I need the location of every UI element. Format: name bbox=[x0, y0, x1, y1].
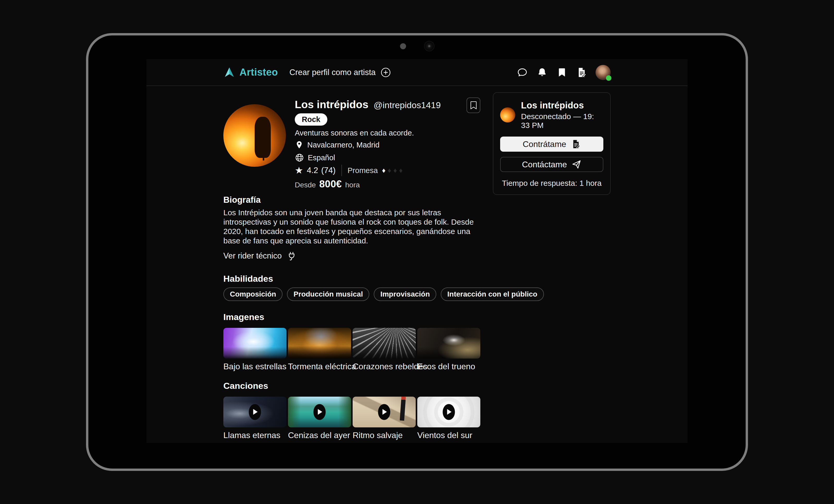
artist-profile-photo bbox=[223, 104, 286, 167]
skill-chip: Producción musical bbox=[287, 287, 369, 301]
tablet-screen: Artisteo Crear perfil como artista bbox=[147, 59, 687, 443]
save-artist-bookmark-button[interactable] bbox=[466, 97, 480, 113]
rating-row: ★ 4.2 (74) Promesa ♦ ♦ ♦ ♦ bbox=[295, 165, 441, 176]
image-item: Ecos del trueno bbox=[417, 328, 480, 371]
top-navbar: Artisteo Crear perfil como artista bbox=[147, 59, 687, 86]
skill-chip: Improvisación bbox=[374, 287, 436, 301]
navbar-right bbox=[516, 65, 611, 80]
image-thumbnail[interactable] bbox=[288, 328, 351, 358]
image-thumbnail[interactable] bbox=[353, 328, 416, 358]
create-artist-profile-link[interactable]: Crear perfil como artista bbox=[289, 67, 392, 78]
plus-circle-icon bbox=[380, 67, 391, 78]
plug-icon bbox=[286, 251, 297, 261]
navbar-left: Artisteo Crear perfil como artista bbox=[223, 66, 391, 79]
songs-grid: Llamas eternas Cenizas del ayer bbox=[223, 397, 480, 440]
bio-heading: Biografía bbox=[223, 195, 480, 205]
song-item: Cenizas del ayer bbox=[288, 397, 351, 440]
play-icon[interactable] bbox=[249, 404, 261, 420]
main-content: Los intrépidos @intrepidos1419 Rock Aven… bbox=[147, 86, 687, 443]
tier-label: Promesa bbox=[348, 166, 378, 175]
tablet-camera-lens bbox=[424, 41, 435, 51]
divider bbox=[342, 165, 342, 176]
brand-logo[interactable]: Artisteo bbox=[223, 66, 278, 79]
skill-chip: Interacción con el público bbox=[441, 287, 544, 301]
songs-heading: Canciones bbox=[223, 381, 480, 391]
tech-rider-link[interactable]: Ver rider técnico bbox=[223, 251, 297, 261]
hire-card-avatar bbox=[500, 107, 515, 123]
hire-me-label: Contrátame bbox=[523, 139, 566, 149]
price-prefix: Desde bbox=[295, 181, 316, 189]
saved-bookmark-button[interactable] bbox=[556, 66, 568, 79]
tier-diamond-filled-icon: ♦ bbox=[382, 167, 386, 175]
hire-card-name: Los intrépidos bbox=[521, 100, 603, 110]
desktop-background: Artisteo Crear perfil como artista bbox=[0, 0, 834, 504]
profile-column: Los intrépidos @intrepidos1419 Rock Aven… bbox=[223, 97, 480, 443]
play-icon[interactable] bbox=[443, 404, 455, 420]
contact-me-label: Contáctame bbox=[522, 160, 567, 169]
play-icon[interactable] bbox=[378, 404, 390, 420]
globe-icon bbox=[295, 153, 304, 162]
image-thumbnail[interactable] bbox=[417, 328, 480, 358]
hire-card-header: Los intrépidos Desconectado — 19: 33 PM bbox=[500, 100, 603, 130]
song-thumbnail[interactable] bbox=[288, 397, 351, 428]
rating-count: (74) bbox=[321, 166, 335, 175]
hire-me-button[interactable]: Contrátame bbox=[500, 136, 603, 152]
artisteo-arrow-icon bbox=[223, 66, 235, 79]
play-icon[interactable] bbox=[313, 404, 326, 420]
song-caption: Ritmo salvaje bbox=[353, 431, 416, 440]
star-icon: ★ bbox=[295, 165, 303, 176]
contracts-edit-button[interactable] bbox=[576, 66, 588, 79]
image-caption: Bajo las estrellas bbox=[223, 362, 286, 371]
bio-text: Los Intrépidos son una joven banda que d… bbox=[223, 208, 481, 245]
image-caption: Corazones rebeldes bbox=[353, 362, 416, 371]
hire-card-identity: Los intrépidos Desconectado — 19: 33 PM bbox=[521, 100, 603, 130]
language-text: Español bbox=[308, 153, 335, 162]
price-unit: hora bbox=[345, 181, 360, 189]
genre-badge: Rock bbox=[295, 113, 327, 126]
location-text: Navalcarnero, Madrid bbox=[307, 141, 379, 149]
song-thumbnail[interactable] bbox=[353, 397, 416, 428]
messages-button[interactable] bbox=[516, 66, 528, 79]
tablet-camera-dot bbox=[400, 43, 406, 49]
profile-header: Los intrépidos @intrepidos1419 Rock Aven… bbox=[223, 97, 480, 190]
create-artist-profile-label: Crear perfil como artista bbox=[289, 68, 376, 77]
notifications-bell-button[interactable] bbox=[536, 66, 548, 79]
skills-heading: Habilidades bbox=[223, 273, 480, 284]
artist-name: Los intrépidos bbox=[295, 98, 368, 111]
rating-value: 4.2 bbox=[307, 166, 318, 175]
image-caption: Tormenta eléctrica bbox=[288, 362, 351, 371]
image-item: Tormenta eléctrica bbox=[288, 328, 351, 371]
contact-me-button[interactable]: Contáctame bbox=[500, 157, 603, 172]
artist-handle: @intrepidos1419 bbox=[373, 100, 441, 110]
song-caption: Llamas eternas bbox=[223, 431, 286, 440]
song-thumbnail[interactable] bbox=[417, 397, 480, 428]
image-item: Corazones rebeldes bbox=[353, 328, 416, 371]
song-thumbnail[interactable] bbox=[223, 397, 286, 428]
hire-card-status: Desconectado — 19: 33 PM bbox=[521, 112, 603, 130]
image-thumbnail[interactable] bbox=[223, 328, 286, 358]
images-heading: Imagenes bbox=[223, 312, 480, 322]
language-row: Español bbox=[295, 152, 441, 163]
hire-card: Los intrépidos Desconectado — 19: 33 PM … bbox=[493, 92, 611, 195]
brand-name: Artisteo bbox=[240, 67, 278, 78]
send-icon bbox=[572, 159, 581, 169]
song-caption: Cenizas del ayer bbox=[288, 431, 351, 440]
tier-diamond-empty-icon: ♦ bbox=[388, 167, 391, 175]
song-caption: Vientos del sur bbox=[417, 431, 480, 440]
price-value: 800€ bbox=[319, 178, 342, 190]
image-caption: Ecos del trueno bbox=[417, 362, 480, 371]
images-grid: Bajo las estrellas Tormenta eléctrica Co… bbox=[223, 328, 480, 371]
tablet-frame: Artisteo Crear perfil como artista bbox=[86, 33, 748, 471]
artist-title-row: Los intrépidos @intrepidos1419 bbox=[295, 98, 441, 111]
song-item: Vientos del sur bbox=[417, 397, 480, 440]
location-row: Navalcarnero, Madrid bbox=[295, 140, 441, 150]
response-time-text: Tiempo de respuesta: 1 hora bbox=[500, 179, 603, 188]
skills-chips: Composición Producción musical Improvisa… bbox=[223, 287, 480, 301]
skill-chip: Composición bbox=[223, 287, 283, 301]
online-status-dot bbox=[606, 75, 611, 81]
user-avatar[interactable] bbox=[595, 65, 611, 80]
image-item: Bajo las estrellas bbox=[223, 328, 286, 371]
artist-tagline: Aventuras sonoras en cada acorde. bbox=[295, 129, 441, 137]
song-item: Ritmo salvaje bbox=[353, 397, 416, 440]
location-pin-icon bbox=[295, 140, 304, 149]
